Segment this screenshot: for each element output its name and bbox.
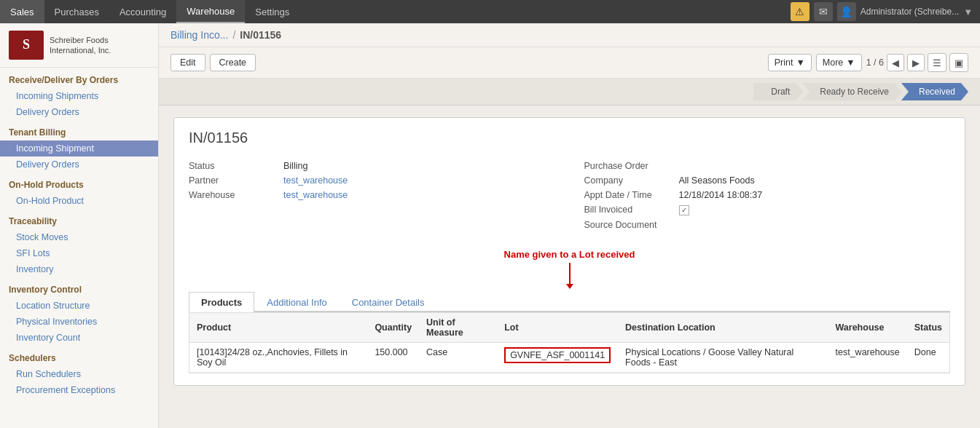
lot-value: GVNFE_ASF_0001141: [504, 347, 611, 363]
print-dropdown-icon: ▼: [796, 58, 804, 68]
col-product: Product: [189, 313, 367, 343]
warehouse-label: Warehouse: [189, 190, 283, 200]
company-label: Company: [584, 175, 679, 186]
partner-label: Partner: [189, 175, 283, 186]
breadcrumb-current: IN/01156: [240, 29, 281, 41]
logo-icon: S: [9, 31, 44, 60]
list-view-button[interactable]: ☰: [928, 53, 946, 72]
more-label: More: [823, 58, 843, 68]
nav-sales[interactable]: Sales: [0, 0, 44, 23]
appt-label: Appt Date / Time: [584, 190, 679, 200]
more-dropdown[interactable]: More ▼: [816, 54, 862, 71]
sidebar-item-location-structure[interactable]: Location Structure: [0, 298, 158, 314]
cell-status: Done: [907, 342, 949, 372]
nav-accounting[interactable]: Accounting: [109, 0, 176, 23]
cell-warehouse: test_warehouse: [828, 342, 907, 372]
sidebar-section-traceability: Traceability: [0, 209, 158, 229]
edit-button[interactable]: Edit: [170, 54, 205, 71]
form-row-source: Source Document: [584, 220, 951, 230]
form-row-partner: Partner test_warehouse: [189, 175, 555, 186]
tab-container-details[interactable]: Container Details: [340, 292, 437, 312]
status-label: Status: [189, 161, 283, 171]
cell-quantity: 150.000: [367, 342, 419, 372]
sidebar-item-run-schedulers[interactable]: Run Schedulers: [0, 366, 158, 382]
table-row: [10143]24/28 oz.,Anchovies, Fillets in S…: [189, 342, 949, 372]
sidebar-item-on-hold-product[interactable]: On-Hold Product: [0, 193, 158, 209]
sidebar-section-tenant-billing: Tenant Billing: [0, 120, 158, 140]
nav-settings[interactable]: Settings: [245, 0, 299, 23]
sidebar-section-on-hold: On-Hold Products: [0, 173, 158, 193]
svg-text:S: S: [23, 37, 30, 52]
annotation-area: Name given to a Lot received: [189, 249, 950, 285]
product-table-container: Product Quantity Unit of Measure Lot Des…: [189, 312, 950, 373]
product-table: Product Quantity Unit of Measure Lot Des…: [189, 313, 949, 373]
col-uom: Unit of Measure: [419, 313, 497, 343]
form-view-button[interactable]: ▣: [949, 53, 968, 72]
document-title: IN/01156: [189, 130, 950, 146]
alert-icon[interactable]: ⚠: [791, 2, 810, 21]
tab-additional-info[interactable]: Additional Info: [254, 292, 339, 312]
form-row-status: Status Billing: [189, 161, 555, 171]
pagination: 1 / 6 ◀ ▶ ☰ ▣: [866, 53, 968, 72]
logo-company: Schreiber Foods: [50, 35, 111, 45]
sidebar-item-stock-moves[interactable]: Stock Moves: [0, 229, 158, 245]
invoiced-checkbox[interactable]: ✓: [679, 205, 689, 215]
breadcrumb-separator: /: [232, 29, 235, 41]
admin-label[interactable]: Administrator (Schreibe...: [861, 7, 959, 17]
source-label: Source Document: [584, 220, 679, 230]
sidebar: S Schreiber Foods International, Inc. Re…: [0, 23, 159, 428]
col-warehouse: Warehouse: [828, 313, 907, 343]
main-content: Billing Inco... / IN/01156 Edit Create P…: [159, 23, 980, 428]
sidebar-item-incoming-shipments[interactable]: Incoming Shipments: [0, 88, 158, 104]
table-header-row: Product Quantity Unit of Measure Lot Des…: [189, 313, 949, 343]
form-grid: Status Billing Partner test_warehouse Wa…: [189, 161, 950, 234]
sidebar-item-inventory[interactable]: Inventory: [0, 261, 158, 277]
sidebar-item-inventory-count[interactable]: Inventory Count: [0, 330, 158, 346]
layout: S Schreiber Foods International, Inc. Re…: [0, 23, 980, 428]
sidebar-item-procurement-exceptions[interactable]: Procurement Exceptions: [0, 382, 158, 398]
tabs: Products Additional Info Container Detai…: [189, 292, 950, 312]
mail-icon[interactable]: ✉: [814, 2, 833, 21]
sidebar-item-delivery-orders-1[interactable]: Delivery Orders: [0, 156, 158, 173]
status-received[interactable]: Received: [901, 83, 968, 100]
pagination-text: 1 / 6: [866, 58, 884, 68]
prev-page-button[interactable]: ◀: [887, 54, 904, 71]
form-row-warehouse: Warehouse test_warehouse: [189, 190, 555, 200]
sidebar-item-delivery-orders-0[interactable]: Delivery Orders: [0, 104, 158, 120]
sidebar-item-physical-inventories[interactable]: Physical Inventories: [0, 314, 158, 330]
cell-uom: Case: [419, 342, 497, 372]
status-draft[interactable]: Draft: [753, 83, 803, 100]
more-dropdown-icon: ▼: [846, 58, 855, 68]
status-ready[interactable]: Ready to Receive: [802, 83, 902, 100]
partner-value[interactable]: test_warehouse: [283, 175, 348, 186]
document-card: IN/01156 Status Billing Partner test_war…: [173, 117, 965, 386]
appt-value: 12/18/2014 18:08:37: [679, 190, 763, 200]
annotation-arrow: [189, 263, 950, 285]
logo-text: Schreiber Foods International, Inc.: [50, 35, 111, 56]
status-value: Billing: [283, 161, 307, 171]
sidebar-item-sfi-lots[interactable]: SFI Lots: [0, 245, 158, 261]
cell-lot: GVNFE_ASF_0001141: [497, 342, 618, 372]
arrow-line: [569, 263, 571, 285]
warehouse-value[interactable]: test_warehouse: [283, 190, 348, 200]
action-bar: Edit Create Print ▼ More ▼ 1 / 6 ◀ ▶ ☰ ▣: [159, 47, 980, 79]
create-button[interactable]: Create: [210, 54, 256, 71]
print-dropdown[interactable]: Print ▼: [768, 54, 812, 71]
nav-purchases[interactable]: Purchases: [44, 0, 109, 23]
sidebar-section-receive: Receive/Deliver By Orders: [0, 68, 158, 88]
sidebar-item-incoming-shipment[interactable]: Incoming Shipment: [0, 140, 158, 156]
breadcrumb-parent[interactable]: Billing Inco...: [170, 29, 228, 41]
logo-subtitle: International, Inc.: [50, 45, 111, 55]
status-bar: Draft Ready to Receive Received: [159, 79, 980, 106]
breadcrumb: Billing Inco... / IN/01156: [170, 29, 281, 41]
invoiced-value: ✓: [679, 205, 689, 215]
company-value: All Seasons Foods: [679, 175, 755, 186]
next-page-button[interactable]: ▶: [907, 54, 925, 71]
user-icon[interactable]: 👤: [837, 2, 856, 21]
tab-products[interactable]: Products: [189, 292, 254, 312]
invoiced-label: Bill Invoiced: [584, 205, 679, 215]
form-row-appt: Appt Date / Time 12/18/2014 18:08:37: [584, 190, 951, 200]
admin-dropdown-icon[interactable]: ▼: [963, 7, 973, 17]
nav-warehouse[interactable]: Warehouse: [176, 0, 245, 23]
cell-destination: Physical Locations / Goose Valley Natura…: [618, 342, 828, 372]
